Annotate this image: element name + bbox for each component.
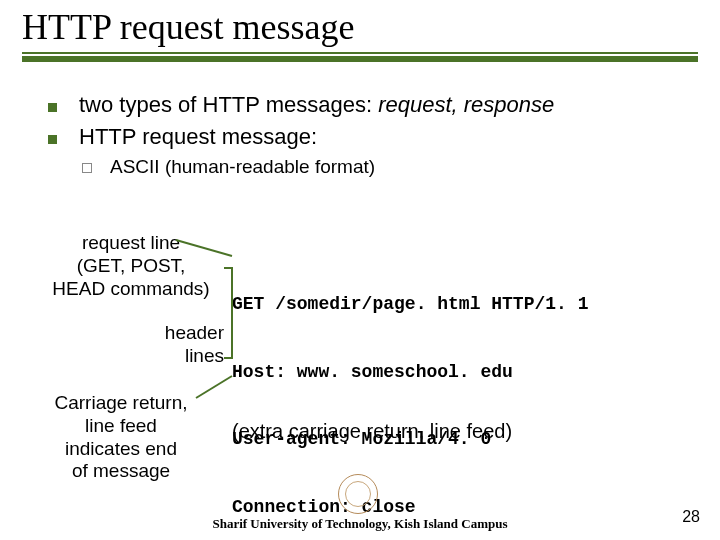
sub-bullet-icon xyxy=(82,163,92,173)
page-number: 28 xyxy=(682,508,700,526)
bullet-2: HTTP request message: xyxy=(48,124,688,150)
extra-crlf-note: (extra carriage return, line feed) xyxy=(232,420,512,443)
body-area: two types of HTTP messages: request, res… xyxy=(48,92,688,184)
http-code-block: GET /somedir/page. html HTTP/1. 1 Host: … xyxy=(232,248,588,540)
bullet-2-text: HTTP request message: xyxy=(79,124,317,150)
title-bar xyxy=(22,56,698,62)
label-request-line: request line (GET, POST, HEAD commands) xyxy=(36,232,226,300)
code-line-1: GET /somedir/page. html HTTP/1. 1 xyxy=(232,293,588,316)
footer-text: Sharif University of Technology, Kish Is… xyxy=(0,516,720,532)
sub-bullet-text: ASCII (human-readable format) xyxy=(110,156,375,178)
bullet-icon xyxy=(48,135,57,144)
sub-bullet-1: ASCII (human-readable format) xyxy=(48,156,688,178)
bullet-1-em: request, response xyxy=(378,92,554,117)
bullet-1: two types of HTTP messages: request, res… xyxy=(48,92,688,118)
bullet-icon xyxy=(48,103,57,112)
code-line-2: Host: www. someschool. edu xyxy=(232,361,588,384)
slide-title: HTTP request message xyxy=(22,6,698,48)
label-header-lines: header lines xyxy=(124,322,224,368)
title-underline xyxy=(22,52,698,54)
bullet-1-text: two types of HTTP messages: request, res… xyxy=(79,92,554,118)
university-seal-icon xyxy=(338,474,378,514)
title-block: HTTP request message xyxy=(22,6,698,62)
bullet-1-pre: two types of HTTP messages: xyxy=(79,92,378,117)
label-crlf: Carriage return, line feed indicates end… xyxy=(36,392,206,483)
code-line-4: Connection: close xyxy=(232,496,588,519)
